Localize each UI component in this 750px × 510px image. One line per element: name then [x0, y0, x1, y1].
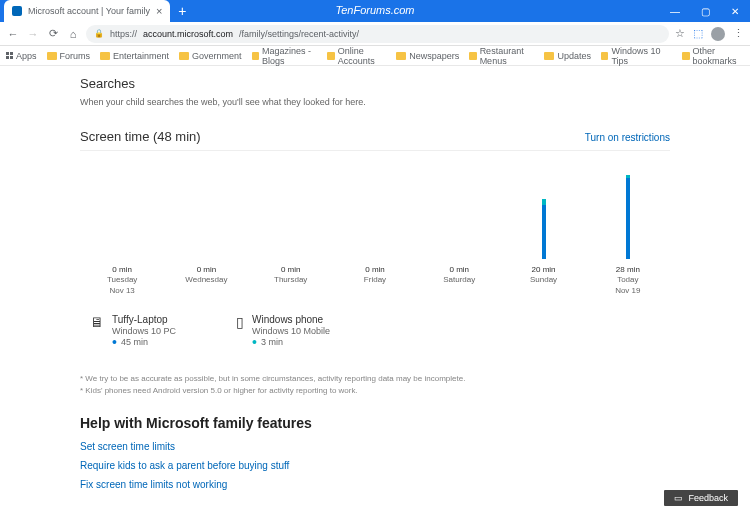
bookmarks-bar: Apps Forums Entertainment Government Mag…	[0, 46, 750, 66]
device-item: 🖥 Tuffy-Laptop Windows 10 PC •45 min	[90, 314, 176, 347]
nav-forward-button[interactable]: →	[26, 28, 40, 40]
url-path: /family/settings/recent-activity/	[239, 29, 359, 39]
help-link[interactable]: Require kids to ask a parent before buyi…	[80, 460, 670, 471]
device-platform: Windows 10 PC	[112, 326, 176, 336]
device-time: 45 min	[121, 337, 148, 347]
chart-bar-column	[80, 169, 164, 259]
tab-favicon	[12, 6, 22, 16]
watermark-text: TenForums.com	[335, 4, 414, 16]
apps-icon	[6, 52, 13, 59]
device-color-dot: •	[252, 339, 257, 345]
laptop-icon: 🖥	[90, 314, 104, 347]
window-minimize-button[interactable]: —	[660, 6, 690, 17]
chart-day-label: 0 minWednesday	[164, 265, 248, 296]
feedback-button[interactable]: ▭ Feedback	[664, 490, 738, 506]
apps-button[interactable]: Apps	[6, 51, 37, 61]
tab-close-icon[interactable]: ×	[156, 5, 162, 17]
profile-avatar[interactable]	[711, 27, 725, 41]
lock-icon: 🔒	[94, 29, 104, 38]
bookmark-folder[interactable]: Updates	[544, 51, 591, 61]
device-name: Windows phone	[252, 314, 330, 325]
chart-day-label: 28 minTodayNov 19	[586, 265, 670, 296]
nav-home-button[interactable]: ⌂	[66, 28, 80, 40]
bookmark-folder[interactable]: Newspapers	[396, 51, 459, 61]
window-maximize-button[interactable]: ▢	[690, 6, 720, 17]
window-close-button[interactable]: ✕	[720, 6, 750, 17]
browser-toolbar: ← → ⟳ ⌂ 🔒 https://account.microsoft.com/…	[0, 22, 750, 46]
bookmark-folder[interactable]: Government	[179, 51, 242, 61]
chart-day-label: 0 minSaturday	[417, 265, 501, 296]
disclaimer-line: * We try to be as accurate as possible, …	[80, 373, 670, 385]
chart-day-label: 0 minFriday	[333, 265, 417, 296]
url-host: account.microsoft.com	[143, 29, 233, 39]
tab-title: Microsoft account | Your family	[28, 6, 150, 16]
device-item: ▯ Windows phone Windows 10 Mobile •3 min	[236, 314, 330, 347]
chart-bar-column	[417, 169, 501, 259]
screentime-heading: Screen time (48 min)	[80, 129, 201, 144]
bookmark-folder[interactable]: Online Accounts	[327, 46, 386, 66]
device-name: Tuffy-Laptop	[112, 314, 176, 325]
disclaimer-line: * Kids' phones need Android version 5.0 …	[80, 385, 670, 397]
other-bookmarks[interactable]: Other bookmarks	[682, 46, 744, 66]
menu-icon[interactable]: ⋮	[733, 27, 744, 40]
help-link[interactable]: Set screen time limits	[80, 441, 670, 452]
page-content: Searches When your child searches the we…	[0, 66, 750, 510]
turn-on-restrictions-link[interactable]: Turn on restrictions	[585, 132, 670, 143]
disclaimers: * We try to be as accurate as possible, …	[80, 373, 670, 397]
device-time: 3 min	[261, 337, 283, 347]
chart-bar-column	[586, 169, 670, 259]
bookmark-folder[interactable]: Forums	[47, 51, 91, 61]
searches-heading: Searches	[80, 76, 670, 91]
chart-day-label: 0 minTuesdayNov 13	[80, 265, 164, 296]
bookmark-folder[interactable]: Windows 10 Tips	[601, 46, 662, 66]
chart-day-label: 0 minThursday	[249, 265, 333, 296]
help-links: Set screen time limits Require kids to a…	[80, 441, 670, 490]
chart-bar-column	[164, 169, 248, 259]
new-tab-button[interactable]: +	[170, 3, 194, 19]
url-scheme: https://	[110, 29, 137, 39]
bookmark-folder[interactable]: Magazines - Blogs	[252, 46, 318, 66]
address-bar[interactable]: 🔒 https://account.microsoft.com/family/s…	[86, 25, 669, 43]
chart-bar-column	[249, 169, 333, 259]
chart-day-label: 20 minSunday	[501, 265, 585, 296]
feedback-label: Feedback	[688, 493, 728, 503]
window-titlebar: Microsoft account | Your family × + TenF…	[0, 0, 750, 22]
bookmark-folder[interactable]: Restaurant Menus	[469, 46, 534, 66]
nav-back-button[interactable]: ←	[6, 28, 20, 40]
screentime-chart: 0 minTuesdayNov 130 minWednesday0 minThu…	[80, 150, 670, 296]
extension-icon[interactable]: ⬚	[693, 27, 703, 40]
phone-icon: ▯	[236, 314, 244, 347]
device-color-dot: •	[112, 339, 117, 345]
help-link[interactable]: Fix screen time limits not working	[80, 479, 670, 490]
window-controls: — ▢ ✕	[660, 6, 750, 17]
help-heading: Help with Microsoft family features	[80, 415, 670, 431]
chart-bar-column	[333, 169, 417, 259]
nav-reload-button[interactable]: ⟳	[46, 27, 60, 40]
device-platform: Windows 10 Mobile	[252, 326, 330, 336]
star-icon[interactable]: ☆	[675, 27, 685, 40]
searches-subtitle: When your child searches the web, you'll…	[80, 97, 670, 107]
feedback-icon: ▭	[674, 493, 683, 503]
bookmark-folder[interactable]: Entertainment	[100, 51, 169, 61]
devices-list: 🖥 Tuffy-Laptop Windows 10 PC •45 min ▯ W…	[80, 314, 670, 347]
browser-tab[interactable]: Microsoft account | Your family ×	[4, 0, 170, 22]
chart-bar-column	[501, 169, 585, 259]
